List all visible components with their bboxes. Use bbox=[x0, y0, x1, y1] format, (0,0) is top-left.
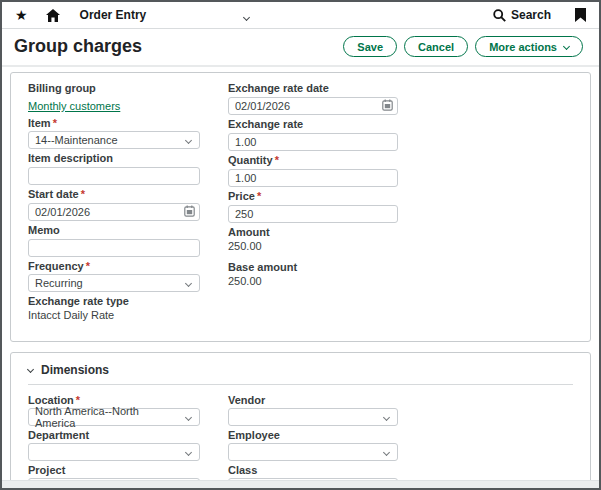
item-label: Item bbox=[28, 117, 51, 129]
billing-group-label: Billing group bbox=[28, 82, 200, 94]
vendor-label: Vendor bbox=[228, 394, 398, 406]
save-button[interactable]: Save bbox=[343, 36, 397, 57]
more-actions-button[interactable]: More actions bbox=[475, 36, 583, 57]
frequency-field: Frequency* Recurring bbox=[28, 260, 200, 292]
app-window: ★ Order Entry Search Group charges Save … bbox=[0, 0, 601, 490]
item-select[interactable]: 14--Maintenance bbox=[28, 131, 200, 149]
price-field: Price* bbox=[228, 190, 398, 223]
price-input[interactable] bbox=[228, 205, 398, 223]
item-description-input[interactable] bbox=[28, 167, 200, 185]
base-amount-field: Base amount 250.00 bbox=[228, 261, 398, 287]
form-right-column: Exchange rate date Exchange rate bbox=[228, 82, 398, 330]
app-menu-chevron-down-icon[interactable] bbox=[244, 6, 249, 24]
item-description-field: Item description bbox=[28, 152, 200, 185]
employee-select[interactable] bbox=[228, 443, 398, 461]
department-field: Department bbox=[28, 429, 200, 461]
item-description-label: Item description bbox=[28, 152, 200, 164]
chevron-down-icon bbox=[185, 414, 192, 421]
location-select[interactable]: North America--North America bbox=[28, 408, 200, 426]
exchange-rate-input[interactable] bbox=[228, 133, 398, 151]
calendar-icon[interactable] bbox=[382, 99, 393, 111]
header-actions: Save Cancel More actions bbox=[343, 36, 587, 57]
chevron-down-icon bbox=[185, 280, 192, 287]
search-label: Search bbox=[511, 8, 551, 22]
project-label: Project bbox=[28, 464, 200, 476]
cancel-button[interactable]: Cancel bbox=[404, 36, 468, 57]
item-field: Item* 14--Maintenance bbox=[28, 117, 200, 149]
exchange-rate-date-input[interactable] bbox=[228, 97, 398, 115]
chevron-down-icon bbox=[185, 137, 192, 144]
billing-group-link[interactable]: Monthly customers bbox=[28, 100, 120, 112]
amount-label: Amount bbox=[228, 226, 398, 238]
favorite-star-icon[interactable]: ★ bbox=[15, 8, 28, 22]
quantity-label: Quantity bbox=[228, 154, 273, 166]
chevron-down-icon bbox=[27, 365, 34, 372]
chevron-down-icon bbox=[383, 449, 390, 456]
amount-field: Amount 250.00 bbox=[228, 226, 398, 252]
required-marker: * bbox=[275, 154, 279, 166]
exchange-rate-date-label: Exchange rate date bbox=[228, 82, 398, 94]
vendor-field: Vendor bbox=[228, 394, 398, 426]
quantity-field: Quantity* bbox=[228, 154, 398, 187]
chevron-down-icon bbox=[563, 43, 570, 50]
memo-field: Memo bbox=[28, 224, 200, 257]
department-select[interactable] bbox=[28, 443, 200, 461]
dimensions-left-column: Location* North America--North America D… bbox=[28, 394, 200, 490]
class-label: Class bbox=[228, 464, 398, 476]
chevron-down-icon bbox=[185, 449, 192, 456]
frequency-select[interactable]: Recurring bbox=[28, 274, 200, 292]
start-date-input[interactable] bbox=[28, 203, 200, 221]
start-date-field: Start date* bbox=[28, 188, 200, 221]
required-marker: * bbox=[53, 117, 57, 129]
base-amount-value: 250.00 bbox=[228, 275, 398, 287]
memo-label: Memo bbox=[28, 224, 200, 236]
dimensions-title: Dimensions bbox=[41, 363, 109, 377]
home-icon[interactable] bbox=[46, 9, 60, 22]
search-icon bbox=[493, 9, 506, 22]
employee-label: Employee bbox=[228, 429, 398, 441]
billing-group-field: Billing group Monthly customers bbox=[28, 82, 200, 114]
search-button[interactable]: Search bbox=[493, 8, 551, 22]
dimensions-section-toggle[interactable]: Dimensions bbox=[28, 362, 573, 385]
start-date-label: Start date bbox=[28, 188, 79, 200]
base-amount-label: Base amount bbox=[228, 261, 398, 273]
page-title: Group charges bbox=[14, 36, 142, 57]
department-label: Department bbox=[28, 429, 200, 441]
exchange-rate-type-label: Exchange rate type bbox=[28, 295, 200, 307]
chevron-down-icon bbox=[383, 414, 390, 421]
form-left-column: Billing group Monthly customers Item* 14… bbox=[28, 82, 200, 330]
calendar-icon[interactable] bbox=[184, 205, 195, 217]
bottom-strip bbox=[2, 480, 599, 488]
main-content: Billing group Monthly customers Item* 14… bbox=[2, 67, 599, 490]
required-marker: * bbox=[81, 188, 85, 200]
required-marker: * bbox=[86, 260, 90, 272]
frequency-label: Frequency bbox=[28, 260, 84, 272]
charge-details-panel: Billing group Monthly customers Item* 14… bbox=[10, 72, 591, 342]
vendor-select[interactable] bbox=[228, 408, 398, 426]
exchange-rate-type-value: Intacct Daily Rate bbox=[28, 309, 200, 321]
exchange-rate-type-field: Exchange rate type Intacct Daily Rate bbox=[28, 295, 200, 321]
memo-input[interactable] bbox=[28, 239, 200, 257]
location-field: Location* North America--North America bbox=[28, 394, 200, 426]
page-header: Group charges Save Cancel More actions bbox=[2, 29, 599, 67]
required-marker: * bbox=[257, 190, 261, 202]
top-nav-bar: ★ Order Entry Search bbox=[2, 2, 599, 29]
quantity-input[interactable] bbox=[228, 169, 398, 187]
price-label: Price bbox=[228, 190, 255, 202]
app-menu-label[interactable]: Order Entry bbox=[80, 8, 147, 22]
employee-field: Employee bbox=[228, 429, 398, 461]
item-selected-value: 14--Maintenance bbox=[35, 134, 118, 146]
exchange-rate-field: Exchange rate bbox=[228, 118, 398, 151]
amount-value: 250.00 bbox=[228, 240, 398, 252]
dimensions-right-column: Vendor Employee Clas bbox=[228, 394, 398, 490]
frequency-selected-value: Recurring bbox=[35, 277, 83, 289]
exchange-rate-date-field: Exchange rate date bbox=[228, 82, 398, 115]
bookmark-icon[interactable] bbox=[575, 8, 586, 22]
exchange-rate-label: Exchange rate bbox=[228, 118, 398, 130]
location-selected-value: North America--North America bbox=[35, 405, 179, 429]
dimensions-panel: Dimensions Location* North America--Nort… bbox=[10, 352, 591, 490]
